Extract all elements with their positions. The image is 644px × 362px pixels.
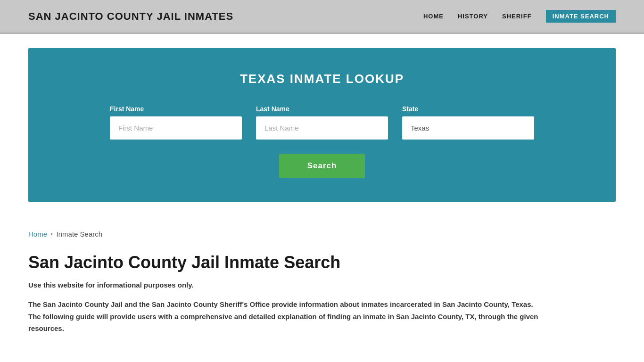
nav-history[interactable]: HISTORY — [458, 13, 488, 20]
first-name-group: First Name — [110, 105, 242, 140]
disclaimer-text: Use this website for informational purpo… — [28, 281, 616, 289]
nav-home[interactable]: HOME — [423, 13, 444, 20]
state-label: State — [402, 105, 534, 113]
site-title: SAN JACINTO COUNTY JAIL INMATES — [28, 10, 233, 23]
last-name-input[interactable] — [256, 116, 388, 140]
breadcrumb-current-page: Inmate Search — [57, 230, 103, 238]
first-name-input[interactable] — [110, 116, 242, 140]
page-heading: San Jacinto County Jail Inmate Search — [28, 252, 616, 272]
hero-search-section: TEXAS INMATE LOOKUP First Name Last Name… — [28, 48, 616, 202]
site-header: SAN JACINTO COUNTY JAIL INMATES HOME HIS… — [0, 0, 644, 34]
nav-sheriff[interactable]: SHERIFF — [502, 13, 532, 20]
hero-title: TEXAS INMATE LOOKUP — [57, 72, 587, 86]
state-group: State — [402, 105, 534, 140]
breadcrumb: Home • Inmate Search — [0, 216, 644, 243]
last-name-label: Last Name — [256, 105, 388, 113]
last-name-group: Last Name — [256, 105, 388, 140]
breadcrumb-home-link[interactable]: Home — [28, 230, 47, 238]
nav-inmate-search[interactable]: INMATE SEARCH — [546, 10, 616, 23]
main-content: San Jacinto County Jail Inmate Search Us… — [0, 243, 644, 354]
search-form-row: First Name Last Name State — [57, 105, 587, 140]
search-button-row: Search — [57, 154, 587, 178]
description-text: The San Jacinto County Jail and the San … — [28, 298, 547, 335]
main-nav: HOME HISTORY SHERIFF INMATE SEARCH — [423, 10, 616, 23]
first-name-label: First Name — [110, 105, 242, 113]
state-input[interactable] — [402, 116, 534, 140]
search-button[interactable]: Search — [279, 154, 365, 178]
breadcrumb-separator: • — [51, 231, 53, 237]
